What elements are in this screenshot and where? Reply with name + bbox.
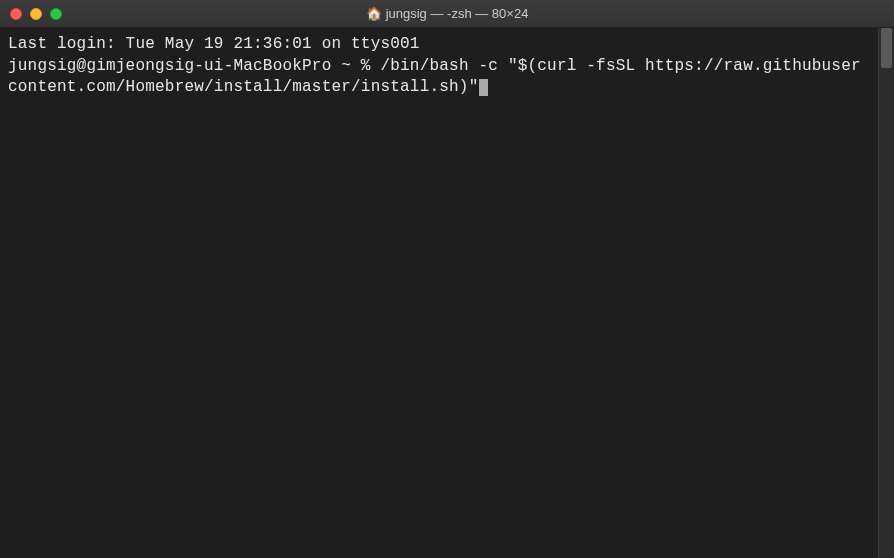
scrollbar-thumb[interactable] (881, 28, 892, 68)
window-titlebar: 🏠 jungsig — -zsh — 80×24 (0, 0, 894, 28)
scrollbar[interactable] (878, 28, 894, 558)
close-button[interactable] (10, 8, 22, 20)
shell-prompt: jungsig@gimjeongsig-ui-MacBookPro ~ % (8, 57, 380, 75)
window-title: 🏠 jungsig — -zsh — 80×24 (0, 6, 894, 21)
home-icon: 🏠 (366, 7, 382, 20)
terminal-output[interactable]: Last login: Tue May 19 21:36:01 on ttys0… (0, 28, 878, 558)
window-title-text: jungsig — -zsh — 80×24 (386, 6, 529, 21)
maximize-button[interactable] (50, 8, 62, 20)
cursor-icon (479, 79, 488, 96)
traffic-lights (10, 8, 62, 20)
last-login-line: Last login: Tue May 19 21:36:01 on ttys0… (8, 35, 420, 53)
minimize-button[interactable] (30, 8, 42, 20)
content-area: Last login: Tue May 19 21:36:01 on ttys0… (0, 28, 894, 558)
